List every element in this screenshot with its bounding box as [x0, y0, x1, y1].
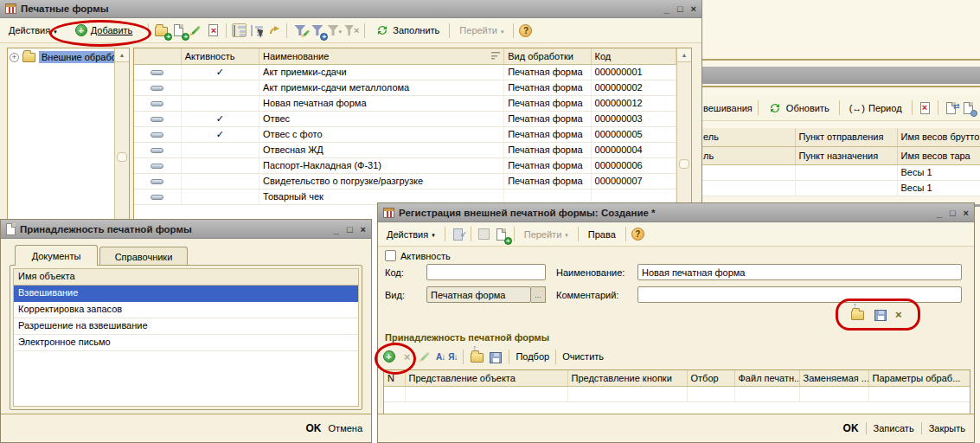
table-row[interactable]: Новая печатная форма Печатная форма 0000… — [134, 95, 676, 111]
ok-button[interactable]: OK — [306, 422, 322, 434]
sort-ascending-button[interactable]: А↓ — [436, 352, 445, 362]
column-header-code[interactable]: Код — [591, 48, 676, 64]
reread-button[interactable] — [477, 228, 491, 241]
scale-name-cell[interactable]: Весы 1 — [897, 164, 980, 180]
column-header-object-name[interactable]: Имя объекта — [14, 269, 358, 286]
column-header-name[interactable]: Наименование — [259, 48, 504, 64]
column-header-processing-params[interactable]: Параметры обраб... — [868, 370, 970, 386]
undo-button[interactable] — [266, 23, 281, 37]
pick-button[interactable]: Подбор — [516, 351, 549, 362]
filter-edit-button[interactable] — [292, 23, 307, 37]
column-header-object-presentation[interactable]: Представление объекта — [405, 370, 567, 386]
copy-button[interactable]: + — [494, 228, 509, 241]
scale-name-cell[interactable]: Весы 1 — [897, 180, 980, 196]
maximize-button[interactable]: □ — [347, 224, 353, 234]
maximize-button[interactable]: □ — [950, 208, 956, 218]
save-to-file-button[interactable] — [873, 307, 887, 321]
titlebar[interactable]: Принадлежность печатной формы _ □ × — [1, 220, 371, 239]
weighings-button-fragment[interactable]: вешивания — [703, 103, 753, 113]
column-header-n[interactable]: N — [384, 370, 405, 386]
delete-icon-button[interactable]: × — [918, 101, 932, 115]
code-input[interactable] — [426, 264, 546, 280]
clear-button[interactable]: Очистить — [562, 351, 604, 362]
edit-button[interactable] — [189, 23, 203, 37]
refresh-button[interactable]: Обновить — [764, 100, 834, 117]
table-row[interactable]: ✓ Отвес с фото Печатная форма 000000005 — [134, 126, 676, 142]
column-header-filter[interactable]: Отбор — [687, 370, 734, 386]
filter-by-value-button[interactable]: + — [310, 23, 324, 37]
period-button[interactable]: (↔) Период — [845, 101, 906, 115]
restructure-icon-button[interactable]: ⇄ — [944, 101, 958, 115]
ok-button[interactable]: OK — [843, 422, 859, 434]
fill-button[interactable]: Заполнить — [370, 22, 444, 39]
save-rows-button[interactable] — [488, 350, 503, 363]
hierarchy-view-button[interactable] — [232, 23, 247, 37]
column-header-handle[interactable] — [134, 48, 181, 64]
table-row[interactable]: Свидетельство о погрузке/разгрузке Печат… — [134, 173, 676, 189]
minimize-button[interactable]: _ — [334, 224, 339, 234]
clear-file-button[interactable]: × — [895, 308, 902, 321]
cancel-button[interactable]: Отмена — [329, 423, 362, 433]
close-button[interactable]: × — [691, 3, 696, 14]
actions-menu-button[interactable]: Действия ▾ — [4, 23, 61, 37]
goto-menu-button[interactable]: Перейти ▾ — [455, 23, 508, 37]
column-header-kind[interactable]: Вид обработки — [504, 48, 591, 64]
table-row[interactable]: ✓ Отвес Печатная форма 000000003 — [134, 111, 676, 126]
list-item[interactable]: Корректировка запасов — [14, 302, 358, 318]
scroll-up-icon[interactable]: ▲ — [115, 48, 129, 62]
help-button[interactable]: ? — [519, 24, 532, 37]
copy-button[interactable]: + — [171, 23, 186, 37]
add-row-button[interactable]: + — [381, 350, 396, 363]
scroll-up-icon[interactable]: ▲ — [677, 48, 691, 62]
table-row[interactable]: Акт приемки-сдачи металлолома Печатная ф… — [134, 80, 676, 95]
table-row[interactable]: ✓ Акт приемки-сдачи Печатная форма 00000… — [134, 64, 676, 80]
delete-row-button[interactable]: × — [400, 350, 414, 363]
column-header-replaced[interactable]: Заменяемая ... — [799, 370, 868, 386]
help-button[interactable]: ? — [631, 228, 644, 241]
select-mode-button[interactable] — [249, 23, 264, 37]
list-item[interactable]: Электронное письмо — [14, 335, 358, 351]
titlebar[interactable]: Регистрация внешней печатной формы: Созд… — [378, 203, 974, 222]
column-header-destination-point[interactable]: Пункт назначения — [795, 146, 897, 164]
column-header-button-presentation[interactable]: Представление кнопки — [567, 370, 687, 386]
close-button[interactable]: × — [964, 208, 969, 218]
name-input[interactable] — [637, 264, 962, 280]
expand-icon[interactable]: + — [10, 53, 19, 62]
filter-clear-button[interactable]: × — [344, 23, 359, 37]
list-settings-icon-button[interactable] — [961, 101, 976, 115]
edit-row-button[interactable] — [418, 350, 432, 363]
column-header-departure-point[interactable]: Пункт отправления — [795, 128, 897, 146]
add-button[interactable]: + Добавить — [71, 22, 138, 38]
column-header-receiver-fragment[interactable]: ль — [700, 146, 795, 164]
delete-button[interactable]: × — [206, 23, 221, 37]
tab-catalogs[interactable]: Справочники — [99, 247, 188, 266]
scroll-notch[interactable] — [117, 152, 127, 162]
list-item[interactable]: Взвешивание — [14, 286, 358, 302]
table-row[interactable]: Весы 1 — [700, 164, 980, 180]
load-rows-button[interactable]: ↑ — [470, 350, 484, 363]
tree-item-external-processing[interactable]: + Внешние обработ — [8, 48, 129, 66]
minimize-button[interactable]: _ — [937, 208, 942, 218]
goto-menu-button[interactable]: Перейти ▾ — [520, 228, 573, 241]
comment-input[interactable] — [637, 286, 962, 303]
close-button-bottom[interactable]: Закрыть — [929, 423, 965, 433]
rights-button[interactable]: Права — [584, 228, 620, 241]
write-button-bottom[interactable]: Записать — [874, 423, 914, 433]
tab-documents[interactable]: Документы — [15, 245, 98, 266]
column-header-gross-scale-name[interactable]: Имя весов брутто — [897, 128, 980, 146]
actions-menu-button[interactable]: Действия ▾ — [382, 228, 439, 241]
load-from-file-button[interactable]: ↑ — [850, 307, 865, 321]
new-group-button[interactable]: + — [154, 23, 169, 37]
column-header-activity[interactable]: Активность — [181, 48, 259, 64]
activity-checkbox[interactable] — [385, 250, 396, 261]
empty-table-row[interactable] — [384, 386, 970, 401]
table-row[interactable]: Отвесная ЖД Печатная форма 000000004 — [134, 142, 676, 157]
close-button[interactable]: × — [361, 224, 366, 234]
minimize-button[interactable]: _ — [664, 3, 669, 14]
table-row[interactable]: Весы 1 — [700, 180, 980, 196]
maximize-button[interactable]: □ — [677, 3, 683, 14]
column-header-sender-fragment[interactable]: ель — [700, 128, 795, 146]
titlebar[interactable]: Печатные формы _ □ × — [0, 0, 701, 18]
kind-select-button[interactable]: ... — [531, 286, 546, 303]
filter-history-button[interactable]: ▾ — [327, 23, 342, 37]
